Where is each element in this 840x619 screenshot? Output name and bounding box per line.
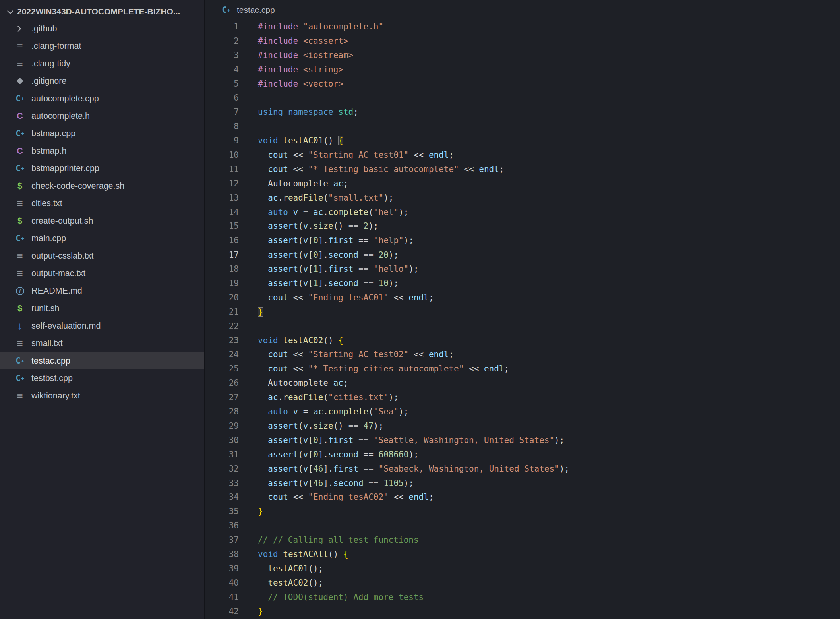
code-line-4[interactable]: 4#include <string> [205, 63, 840, 77]
code-line-10[interactable]: 10 cout << "Starting AC test01" << endl; [205, 148, 840, 162]
file-item-gitignore[interactable]: .gitignore [0, 72, 204, 90]
code-line-24[interactable]: 24 cout << "Starting AC test02" << endl; [205, 348, 840, 362]
file-item-readme-md[interactable]: iREADME.md [0, 282, 204, 300]
code-line-5[interactable]: 5#include <vector> [205, 77, 840, 91]
file-label: .github [31, 24, 57, 34]
file-item-main-cpp[interactable]: C+main.cpp [0, 230, 204, 247]
code-line-22[interactable]: 22 [205, 319, 840, 334]
code-line-39[interactable]: 39 testAC01(); [205, 562, 840, 576]
code-line-20[interactable]: 20 cout << "Ending tesAC01" << endl; [205, 291, 840, 305]
file-item-testbst-cpp[interactable]: C+testbst.cpp [0, 369, 204, 387]
file-item-output-mac-txt[interactable]: ≡output-mac.txt [0, 265, 204, 282]
line-text: // TODO(student) Add more tests [258, 590, 424, 605]
code-line-9[interactable]: 9void testAC01() { [205, 134, 840, 148]
code-line-7[interactable]: 7using namespace std; [205, 105, 840, 120]
file-item-cities-txt[interactable]: ≡cities.txt [0, 195, 204, 212]
line-number: 31 [205, 448, 239, 462]
code-line-21[interactable]: 21} [205, 305, 840, 319]
file-label: output-csslab.txt [31, 251, 94, 261]
file-item-bstmapprinter-cpp[interactable]: C+bstmapprinter.cpp [0, 160, 204, 177]
code-line-28[interactable]: 28 auto v = ac.complete("Sea"); [205, 405, 840, 419]
code-line-15[interactable]: 15 assert(v.size() == 2); [205, 219, 840, 234]
code-line-3[interactable]: 3#include <iostream> [205, 48, 840, 63]
indent-guide [258, 376, 258, 391]
code-line-16[interactable]: 16 assert(v[0].first == "help"); [205, 234, 840, 248]
code-line-35[interactable]: 35} [205, 505, 840, 519]
text-file-icon: ≡ [14, 40, 25, 52]
file-item-github[interactable]: .github [0, 20, 204, 37]
code-line-27[interactable]: 27 ac.readFile("cities.txt"); [205, 391, 840, 405]
line-number: 14 [205, 205, 239, 220]
editor-tab-icon-slot: C+ [221, 5, 232, 15]
cpp-file-icon: C+ [14, 234, 25, 243]
file-item-small-txt[interactable]: ≡small.txt [0, 335, 204, 352]
code-line-19[interactable]: 19 assert(v[1].second == 10); [205, 277, 840, 291]
editor-pane: C+ testac.cpp 1#include "autocomplete.h"… [205, 0, 840, 619]
git-icon [14, 79, 25, 83]
file-item-clang-format[interactable]: ≡.clang-format [0, 37, 204, 55]
indent-guide [258, 433, 258, 448]
code-line-30[interactable]: 30 assert(v[0].first == "Seattle, Washin… [205, 433, 840, 448]
code-line-29[interactable]: 29 assert(v.size() == 47); [205, 419, 840, 433]
file-item-autocomplete-h[interactable]: Cautocomplete.h [0, 107, 204, 125]
file-item-testac-cpp[interactable]: C+testac.cpp [0, 352, 204, 369]
code-line-2[interactable]: 2#include <cassert> [205, 34, 840, 48]
code-line-12[interactable]: 12 Autocomplete ac; [205, 177, 840, 191]
file-item-output-csslab-txt[interactable]: ≡output-csslab.txt [0, 247, 204, 265]
file-item-runit-sh[interactable]: $runit.sh [0, 300, 204, 317]
shell-script-icon: $ [14, 181, 25, 191]
file-item-autocomplete-cpp[interactable]: C+autocomplete.cpp [0, 90, 204, 107]
code-line-31[interactable]: 31 assert(v[0].second == 608660); [205, 448, 840, 462]
file-label: self-evaluation.md [31, 321, 101, 331]
line-number: 3 [205, 48, 239, 63]
file-item-check-code-coverage-sh[interactable]: $check-code-coverage.sh [0, 177, 204, 195]
code-line-6[interactable]: 6 [205, 91, 840, 105]
code-line-26[interactable]: 26 Autocomplete ac; [205, 376, 840, 391]
editor-tab[interactable]: C+ testac.cpp [205, 0, 840, 20]
code-line-42[interactable]: 42} [205, 605, 840, 619]
file-item-wiktionary-txt[interactable]: ≡wiktionary.txt [0, 387, 204, 404]
file-item-bstmap-h[interactable]: Cbstmap.h [0, 142, 204, 160]
code-line-1[interactable]: 1#include "autocomplete.h" [205, 20, 840, 34]
code-line-17[interactable]: 17 assert(v[0].second == 20); [205, 248, 840, 262]
line-number: 39 [205, 562, 239, 576]
line-number: 17 [205, 248, 239, 262]
code-line-25[interactable]: 25 cout << "* Testing cities autocomplet… [205, 362, 840, 376]
text-file-icon: ≡ [14, 58, 25, 70]
shell-script-icon: $ [14, 216, 25, 226]
line-number: 20 [205, 291, 239, 305]
code-line-41[interactable]: 41 // TODO(student) Add more tests [205, 590, 840, 605]
code-line-32[interactable]: 32 assert(v[46].first == "Seabeck, Washi… [205, 462, 840, 476]
code-line-37[interactable]: 37// // Calling all test functions [205, 533, 840, 547]
line-text: ac.readFile("cities.txt"); [258, 391, 399, 405]
code-line-18[interactable]: 18 assert(v[1].first == "hello"); [205, 262, 840, 277]
file-item-create-output-sh[interactable]: $create-output.sh [0, 212, 204, 230]
file-item-bstmap-cpp[interactable]: C+bstmap.cpp [0, 125, 204, 142]
code-line-36[interactable]: 36 [205, 519, 840, 533]
code-line-14[interactable]: 14 auto v = ac.complete("hel"); [205, 205, 840, 220]
code-line-33[interactable]: 33 assert(v[46].second == 1105); [205, 476, 840, 491]
code-line-13[interactable]: 13 ac.readFile("small.txt"); [205, 191, 840, 205]
line-number: 41 [205, 590, 239, 605]
code-line-34[interactable]: 34 cout << "Ending tesAC02" << endl; [205, 490, 840, 505]
code-line-38[interactable]: 38void testACAll() { [205, 547, 840, 562]
explorer-root-folder[interactable]: 2022WIN343D-AUTOCOMPLETE-BIZHO... [0, 3, 204, 20]
code-line-11[interactable]: 11 cout << "* Testing basic autocomplete… [205, 162, 840, 177]
cpp-file-icon: C+ [14, 356, 25, 366]
indent-guide [258, 219, 258, 234]
c-header-file-icon: C [14, 111, 25, 121]
root-folder-label: 2022WIN343D-AUTOCOMPLETE-BIZHO... [17, 7, 180, 16]
file-item-self-evaluation-md[interactable]: ↓self-evaluation.md [0, 317, 204, 335]
indent-guide [258, 576, 258, 590]
file-label: create-output.sh [31, 216, 93, 226]
code-line-40[interactable]: 40 testAC02(); [205, 576, 840, 590]
file-item-clang-tidy[interactable]: ≡.clang-tidy [0, 55, 204, 72]
code-line-8[interactable]: 8 [205, 120, 840, 134]
file-label: cities.txt [31, 199, 62, 209]
line-number: 16 [205, 234, 239, 248]
indent-guide [258, 490, 258, 505]
code-area[interactable]: 1#include "autocomplete.h"2#include <cas… [205, 20, 840, 619]
indent-guide [258, 405, 258, 419]
code-line-23[interactable]: 23void testAC02() { [205, 334, 840, 348]
line-text: cout << "Starting AC test01" << endl; [258, 148, 454, 162]
